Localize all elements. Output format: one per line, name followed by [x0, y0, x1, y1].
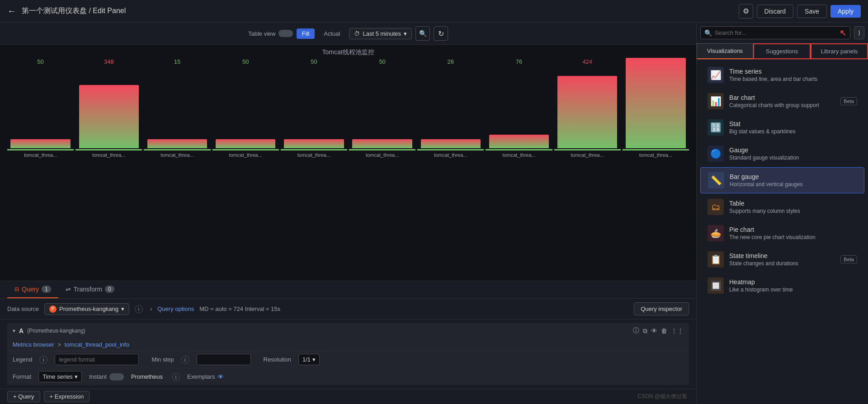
- bar-col: 1 Ktomcat_threa...: [623, 58, 689, 158]
- exemplars-label: Exemplars: [187, 373, 215, 380]
- prometheus-label: Prometheus: [131, 373, 163, 380]
- format-select[interactable]: Time series ▾: [38, 371, 82, 382]
- min-step-info-icon[interactable]: i: [181, 356, 189, 364]
- viz-item-desc: Supports many column styles: [729, 208, 857, 214]
- query-toggle-icon[interactable]: 👁: [651, 327, 657, 334]
- viz-item-desc: Time based line, area and bar charts: [729, 76, 857, 82]
- viz-tab-visualizations[interactable]: Visualizations: [697, 43, 753, 59]
- viz-item-table[interactable]: 🗂TableSupports many column styles: [700, 194, 864, 220]
- bottom-tabs: + Query + Expression: [0, 389, 696, 404]
- viz-tab-library-panels[interactable]: Library panels: [811, 43, 868, 59]
- datasource-chevron: ▾: [121, 305, 124, 312]
- query-inspector-button[interactable]: Query inspector: [634, 302, 689, 315]
- collapse-query-button[interactable]: ▾: [13, 328, 15, 334]
- datasource-name: Prometheus-kangkang: [59, 305, 118, 312]
- viz-item-info: Bar chartCategorical charts with group s…: [729, 94, 835, 108]
- time-range-picker[interactable]: ⏱ Last 5 minutes ▾: [349, 28, 412, 39]
- bar-rect: [352, 139, 412, 148]
- heatmap-icon: 🔲: [708, 277, 724, 294]
- viz-item-desc: Horizontal and vertical gauges: [730, 181, 857, 188]
- viz-item-name: Table: [729, 200, 857, 207]
- legend-input[interactable]: [55, 354, 139, 365]
- legend-row: Legend i Min step i Resolution 1/1 ▾: [7, 351, 689, 368]
- bar-col: 50tomcat_threa...: [281, 58, 347, 158]
- format-chevron: ▾: [75, 373, 78, 380]
- tab-query[interactable]: ⊟ Query 1: [7, 281, 58, 298]
- fill-button[interactable]: Fill: [297, 28, 315, 39]
- viz-item-badge: Beta: [840, 255, 857, 263]
- metrics-browser-button[interactable]: Metrics browser: [13, 341, 54, 348]
- query-tab-icon: ⊟: [14, 286, 19, 292]
- time-range-chevron: ▾: [404, 30, 407, 37]
- transform-tab-icon: ⇌: [66, 286, 71, 293]
- chart-panel: Tomcat线程池监控 50tomcat_threa...348tomcat_t…: [0, 45, 696, 281]
- save-button[interactable]: Save: [797, 5, 827, 18]
- viz-item-info: Bar gaugeHorizontal and vertical gauges: [730, 173, 857, 188]
- bar-wrapper: [623, 67, 689, 148]
- add-expression-button[interactable]: + Expression: [44, 391, 90, 402]
- exemplars-eye-icon[interactable]: 👁: [217, 373, 224, 381]
- viz-item-stat[interactable]: 🔢StatBig stat values & sparklines: [700, 115, 864, 140]
- bar-label: tomcat_threa...: [75, 152, 142, 158]
- viz-item-desc: Big stat values & sparklines: [729, 128, 857, 135]
- viz-item-pie-chart[interactable]: 🥧Pie chartThe new core pie chart visuali…: [700, 221, 864, 246]
- discard-button[interactable]: Discard: [757, 5, 793, 18]
- actual-button[interactable]: Actual: [318, 28, 345, 39]
- resolution-select[interactable]: 1/1 ▾: [298, 354, 320, 365]
- viz-item-time-series[interactable]: 📈Time seriesTime based line, area and ba…: [700, 62, 864, 88]
- bar-wrapper: [7, 67, 74, 148]
- viz-item-bar-gauge[interactable]: 📏Bar gaugeHorizontal and vertical gauges…: [700, 167, 864, 193]
- datasource-info-icon[interactable]: i: [135, 305, 143, 313]
- bar-rect: [147, 139, 207, 148]
- chart-area: Table view Fill Actual ⏱ Last 5 minutes …: [0, 23, 696, 404]
- min-step-input[interactable]: [197, 354, 251, 365]
- search-input[interactable]: [715, 27, 837, 39]
- bar-gauge-icon: 📏: [708, 172, 724, 188]
- legend-info-icon[interactable]: i: [39, 356, 47, 364]
- bar-value: 15: [174, 58, 180, 65]
- metrics-query-input[interactable]: [65, 341, 684, 348]
- refresh-button[interactable]: ↻: [434, 26, 448, 41]
- query-options-button[interactable]: Query options: [157, 305, 194, 312]
- datasource-select[interactable]: P Prometheus-kangkang ▾: [44, 303, 129, 315]
- prometheus-info-icon[interactable]: i: [172, 373, 180, 381]
- chart-toolbar: Table view Fill Actual ⏱ Last 5 minutes …: [0, 23, 696, 45]
- viz-tab-suggestions[interactable]: Suggestions: [753, 43, 811, 59]
- apply-button[interactable]: Apply: [830, 5, 861, 18]
- add-query-button[interactable]: + Query: [7, 391, 40, 402]
- viz-item-state-timeline[interactable]: 📋State timelineState changes and duratio…: [700, 247, 864, 272]
- instant-switch[interactable]: [109, 373, 124, 381]
- table-view-switch[interactable]: [278, 30, 293, 37]
- query-copy-icon[interactable]: ⧉: [643, 327, 647, 335]
- watermark: CSDN @烟火缭过客: [637, 393, 687, 400]
- query-drag-icon[interactable]: ⋮⋮: [671, 327, 684, 334]
- bar-rect: [421, 139, 481, 148]
- resolution-chevron: ▾: [312, 356, 316, 363]
- bar-value: 50: [242, 58, 249, 65]
- viz-item-info: State timelineState changes and duration…: [729, 252, 835, 267]
- zoom-button[interactable]: 🔍: [415, 26, 430, 41]
- collapse-right-panel-button[interactable]: ⟩: [854, 26, 864, 39]
- query-letter: A: [19, 327, 24, 334]
- table-view-label: Table view: [248, 30, 276, 37]
- bar-value: 76: [516, 58, 522, 65]
- metrics-row: Metrics browser >: [7, 338, 689, 351]
- query-delete-icon[interactable]: 🗑: [661, 327, 667, 334]
- viz-item-bar-chart[interactable]: 📊Bar chartCategorical charts with group …: [700, 89, 864, 114]
- tab-transform[interactable]: ⇌ Transform 0: [58, 281, 122, 298]
- back-button[interactable]: ←: [7, 6, 16, 16]
- bar-chart-icon: 📊: [708, 93, 724, 109]
- viz-item-gauge[interactable]: 🔵GaugeStandard gauge visualization→: [700, 141, 864, 166]
- settings-button[interactable]: ⚙: [739, 4, 753, 19]
- viz-item-info: StatBig stat values & sparklines: [729, 120, 857, 135]
- query-info-icon[interactable]: ⓘ: [633, 327, 639, 335]
- viz-item-info: Pie chartThe new core pie chart visualiz…: [729, 226, 857, 240]
- instant-label: Instant: [89, 373, 107, 380]
- transform-tab-label: Transform: [74, 286, 102, 293]
- bar-label: tomcat_threa...: [554, 152, 621, 158]
- bar-col: 76tomcat_threa...: [486, 58, 552, 158]
- viz-item-heatmap[interactable]: 🔲HeatmapLike a histogram over time: [700, 273, 864, 298]
- bar-label: tomcat_threa...: [417, 152, 484, 158]
- bar-label: tomcat_threa...: [623, 152, 689, 158]
- viz-item-info: TableSupports many column styles: [729, 200, 857, 214]
